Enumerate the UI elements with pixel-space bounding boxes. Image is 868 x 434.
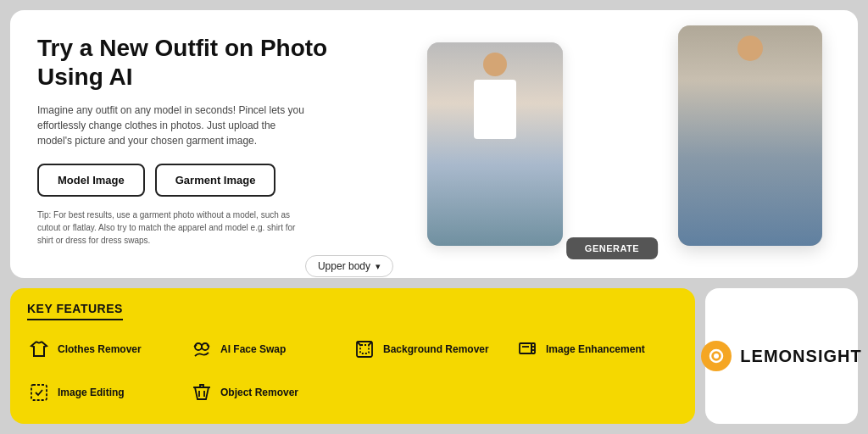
- clothes-remover-icon: [27, 337, 51, 361]
- logo-text: LEMONSIGHT: [740, 347, 861, 366]
- object-remover-label: Object Remover: [220, 387, 298, 398]
- feature-object-remover[interactable]: Object Remover: [190, 374, 353, 410]
- bottom-section: KEY FEATURES Clothes Remover: [10, 288, 858, 424]
- image-editing-icon: [27, 381, 51, 404]
- image-enhancement-label: Image Enhancement: [546, 343, 645, 355]
- tip-text: Tip: For best results, use a garment pho…: [37, 209, 300, 247]
- page-container: Try a New Outfit on Photo Using AI Imagi…: [0, 0, 868, 434]
- features-card: KEY FEATURES Clothes Remover: [10, 288, 695, 424]
- model-image-button[interactable]: Model Image: [37, 164, 145, 197]
- hero-right: GENERATE: [393, 34, 831, 264]
- body-part-select[interactable]: Upper body: [305, 255, 393, 277]
- feature-clothes-remover[interactable]: Clothes Remover: [27, 331, 190, 367]
- svg-rect-3: [360, 345, 369, 353]
- image-editing-label: Image Editing: [58, 387, 125, 398]
- svg-point-0: [195, 343, 202, 350]
- features-grid: Clothes Remover AI Face Swap: [27, 331, 678, 410]
- feature-image-enhancement[interactable]: Image Enhancement: [515, 331, 678, 367]
- logo-card: LEMONSIGHT: [705, 288, 858, 424]
- body-select-label: Upper body: [318, 260, 370, 272]
- object-remover-icon: [190, 381, 214, 404]
- model-before-card: [427, 42, 563, 246]
- model-after-figure: [678, 25, 822, 246]
- ai-face-swap-icon: [190, 337, 214, 361]
- feature-background-remover[interactable]: Background Remover: [353, 331, 515, 367]
- svg-point-1: [202, 343, 209, 350]
- svg-rect-6: [520, 343, 531, 353]
- background-remover-label: Background Remover: [383, 343, 489, 355]
- ai-face-swap-label: AI Face Swap: [220, 343, 286, 355]
- svg-rect-7: [531, 343, 535, 353]
- hero-title: Try a New Outfit on Photo Using AI: [37, 34, 393, 91]
- model-before-figure: [427, 42, 563, 246]
- hero-subtitle: Imagine any outfit on any model in secon…: [37, 103, 309, 148]
- hero-left: Try a New Outfit on Photo Using AI Imagi…: [37, 34, 393, 264]
- svg-rect-11: [31, 385, 47, 400]
- generate-button[interactable]: GENERATE: [566, 237, 658, 259]
- model-after-card: [678, 25, 822, 246]
- features-title: KEY FEATURES: [27, 302, 123, 320]
- lemonsight-logo-icon: [701, 341, 732, 371]
- upload-buttons: Model Image Garment Image: [37, 164, 393, 197]
- image-enhancement-icon: [515, 337, 539, 361]
- garment-image-button[interactable]: Garment Image: [155, 164, 276, 197]
- feature-ai-face-swap[interactable]: AI Face Swap: [190, 331, 353, 367]
- background-remover-icon: [353, 337, 376, 361]
- hero-card: Try a New Outfit on Photo Using AI Imagi…: [10, 10, 858, 278]
- svg-point-17: [714, 353, 719, 359]
- clothes-remover-label: Clothes Remover: [58, 343, 142, 355]
- feature-image-editing[interactable]: Image Editing: [27, 374, 190, 410]
